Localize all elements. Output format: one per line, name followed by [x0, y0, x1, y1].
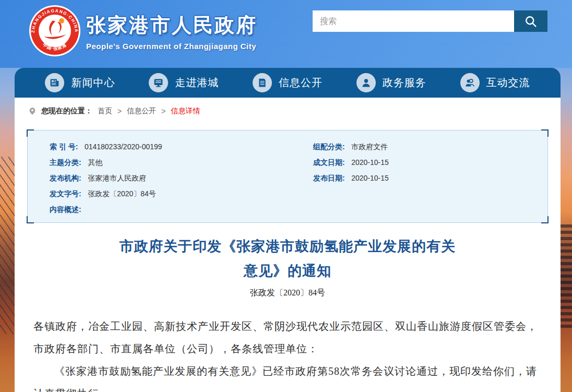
breadcrumb-current-page: 信息详情 [171, 106, 200, 116]
panel-corner-mark [541, 129, 549, 137]
article-body: 各镇政府，冶金工业园、高新技术产业开发区、常阴沙现代农业示范园区、双山香山旅游度… [33, 315, 542, 392]
site-logo-link[interactable]: ZHANGJIAGANG·CHINA 中国·张家港 张家港市人民政府 Peopl… [29, 5, 257, 57]
nav-label: 走进港城 [175, 76, 219, 90]
nav-label: 新闻中心 [71, 76, 115, 90]
newspaper-icon [45, 73, 64, 92]
panel-corner-mark [27, 129, 34, 137]
breadcrumb-section-link[interactable]: 信息公开 [127, 106, 156, 116]
nav-label: 政务服务 [383, 76, 426, 90]
panel-corner-mark [541, 216, 549, 223]
search-button[interactable] [514, 10, 547, 32]
search-bar [313, 10, 547, 32]
meta-field-group-category: 组配分类: 市政府文件 [313, 142, 537, 152]
nav-item-interaction[interactable]: 互动交流 [460, 73, 530, 92]
document-meta-panel: 索 引 号: 014180233/2020-00199 组配分类: 市政府文件 … [27, 130, 548, 223]
user-icon [356, 73, 376, 92]
main-navigation: 新闻中心 走进港城 [15, 68, 561, 98]
meta-field-issuing-agency: 发布机构: 张家港市人民政府 [50, 173, 313, 183]
background-bridge-slats [561, 224, 572, 329]
background-bridge-cables [0, 157, 15, 334]
meta-field-publish-date: 发布日期: 2020-10-15 [313, 173, 537, 183]
site-subtitle-en: People's Government of Zhangjiagang City [86, 42, 257, 51]
location-pin-icon [28, 106, 37, 116]
users-icon [460, 73, 480, 92]
breadcrumb-home-link[interactable]: 首页 [98, 106, 112, 116]
nav-label: 信息公开 [279, 76, 323, 90]
content-area: 您现在的位置： 首页 > 信息公开 > 信息详情 索 引 号: 01418023… [15, 98, 561, 392]
site-title: 张家港市人民政府 [86, 12, 257, 39]
nav-item-government-services[interactable]: 政务服务 [356, 73, 426, 92]
nav-item-information-disclosure[interactable]: 信息公开 [253, 73, 323, 92]
meta-field-topic-category: 主题分类: 其他 [50, 158, 313, 168]
breadcrumb-prefix: 您现在的位置： [41, 106, 92, 116]
article-paragraph: 各镇政府，冶金工业园、高新技术产业开发区、常阴沙现代农业示范园区、双山香山旅游度… [33, 315, 542, 360]
breadcrumb: 您现在的位置： 首页 > 信息公开 > 信息详情 [15, 98, 561, 124]
monitor-icon [149, 73, 168, 92]
city-emblem-icon: ZHANGJIAGANG·CHINA 中国·张家港 [29, 5, 81, 57]
nav-item-news-center[interactable]: 新闻中心 [45, 73, 115, 92]
panel-corner-mark [27, 216, 34, 223]
nav-item-about-city[interactable]: 走进港城 [149, 73, 219, 92]
meta-field-written-date: 成文日期: 2020-10-15 [313, 158, 537, 168]
document-icon [253, 73, 272, 92]
search-input[interactable] [313, 10, 514, 32]
meta-field-document-number: 发文字号: 张政发〔2020〕84号 [50, 189, 313, 199]
site-header: ZHANGJIAGANG·CHINA 中国·张家港 张家港市人民政府 Peopl… [0, 0, 572, 68]
article-title: 市政府关于印发《张家港市鼓励氢能产业发展的有关 意见》的通知 [15, 234, 561, 283]
meta-field-index-number: 索 引 号: 014180233/2020-00199 [50, 142, 313, 152]
nav-label: 互动交流 [486, 76, 530, 90]
article-paragraph: 《张家港市鼓励氢能产业发展的有关意见》已经市政府第58次常务会议讨论通过，现印发… [33, 360, 542, 392]
article-doc-number: 张政发〔2020〕84号 [15, 288, 561, 299]
meta-field-content-summary: 内容概述: [50, 205, 313, 215]
search-icon [523, 14, 538, 29]
breadcrumb-separator: > [161, 107, 165, 115]
breadcrumb-separator: > [117, 107, 122, 115]
